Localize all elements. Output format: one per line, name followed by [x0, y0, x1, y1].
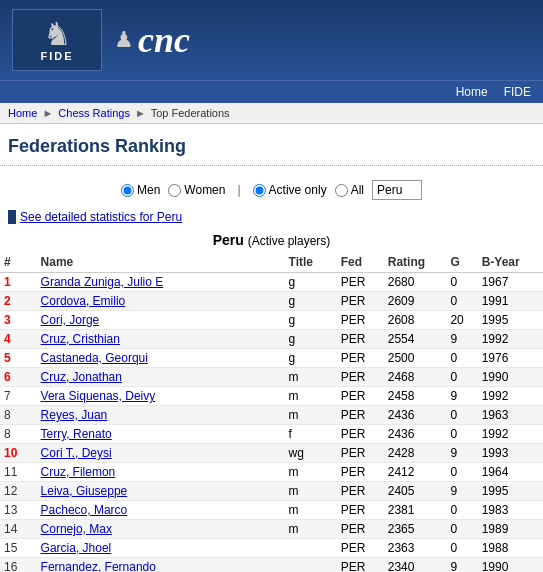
filter-men-radio[interactable] [121, 184, 134, 197]
cell-name: Fernandez, Fernando [37, 558, 285, 573]
cell-rating: 2468 [384, 368, 447, 387]
breadcrumb-chess-ratings[interactable]: Chess Ratings [58, 107, 130, 119]
cell-rating: 2458 [384, 387, 447, 406]
table-row: 6 Cruz, Jonathan m PER 2468 0 1990 [0, 368, 543, 387]
cell-name: Cruz, Cristhian [37, 330, 285, 349]
table-row: 1 Granda Zuniga, Julio E g PER 2680 0 19… [0, 273, 543, 292]
cnc-chess-icon: ♟ [114, 27, 134, 53]
cell-fed: PER [337, 330, 384, 349]
cell-rating: 2608 [384, 311, 447, 330]
cell-title: f [285, 425, 337, 444]
table-row: 3 Cori, Jorge g PER 2608 20 1995 [0, 311, 543, 330]
cell-title: m [285, 463, 337, 482]
cell-byear: 1992 [478, 330, 543, 349]
cell-rating: 2412 [384, 463, 447, 482]
filter-all[interactable]: All [335, 183, 364, 197]
player-name-link[interactable]: Cruz, Filemon [41, 465, 116, 479]
breadcrumb-home[interactable]: Home [8, 107, 37, 119]
filter-women-label: Women [184, 183, 225, 197]
section-active-note-text: (Active players) [248, 234, 331, 248]
filter-women[interactable]: Women [168, 183, 225, 197]
player-name-link[interactable]: Garcia, Jhoel [41, 541, 112, 555]
player-name-link[interactable]: Reyes, Juan [41, 408, 108, 422]
player-name-link[interactable]: Vera Siquenas, Deivy [41, 389, 156, 403]
cell-rank: 16 [0, 558, 37, 573]
cell-title: wg [285, 444, 337, 463]
cell-byear: 1995 [478, 482, 543, 501]
stat-link-indicator [8, 210, 16, 224]
cell-g: 9 [446, 558, 477, 573]
filter-women-radio[interactable] [168, 184, 181, 197]
player-name-link[interactable]: Cruz, Jonathan [41, 370, 122, 384]
filter-all-radio[interactable] [335, 184, 348, 197]
cell-rating: 2500 [384, 349, 447, 368]
player-name-link[interactable]: Cori T., Deysi [41, 446, 112, 460]
filter-separator: | [237, 183, 240, 197]
col-header-title: Title [285, 252, 337, 273]
breadcrumb-arrow-1: ► [42, 107, 53, 119]
cell-byear: 1990 [478, 368, 543, 387]
player-name-link[interactable]: Fernandez, Fernando [41, 560, 156, 572]
table-row: 8 Terry, Renato f PER 2436 0 1992 [0, 425, 543, 444]
country-input[interactable] [372, 180, 422, 200]
cell-name: Cordova, Emilio [37, 292, 285, 311]
filter-men[interactable]: Men [121, 183, 160, 197]
filter-active-label: Active only [269, 183, 327, 197]
table-row: 8 Reyes, Juan m PER 2436 0 1963 [0, 406, 543, 425]
top-nav-fide[interactable]: FIDE [504, 85, 531, 99]
cell-title: g [285, 349, 337, 368]
cell-g: 9 [446, 387, 477, 406]
cell-name: Cruz, Jonathan [37, 368, 285, 387]
cell-rating: 2436 [384, 406, 447, 425]
section-heading: Peru (Active players) [0, 232, 543, 248]
cell-g: 20 [446, 311, 477, 330]
stat-link[interactable]: See detailed statistics for Peru [20, 210, 182, 224]
top-nav-home[interactable]: Home [456, 85, 488, 99]
cell-rating: 2340 [384, 558, 447, 573]
cell-rating: 2680 [384, 273, 447, 292]
cell-fed: PER [337, 273, 384, 292]
player-name-link[interactable]: Terry, Renato [41, 427, 112, 441]
player-name-link[interactable]: Cornejo, Max [41, 522, 112, 536]
filter-active-only[interactable]: Active only [253, 183, 327, 197]
cell-name: Leiva, Giuseppe [37, 482, 285, 501]
player-name-link[interactable]: Cruz, Cristhian [41, 332, 120, 346]
cell-g: 9 [446, 330, 477, 349]
cell-rank: 15 [0, 539, 37, 558]
cell-rating: 2554 [384, 330, 447, 349]
cell-g: 9 [446, 482, 477, 501]
cell-g: 0 [446, 539, 477, 558]
cell-rating: 2609 [384, 292, 447, 311]
col-header-g: G [446, 252, 477, 273]
filter-active-radio[interactable] [253, 184, 266, 197]
fide-logo: ♞ FIDE [12, 9, 102, 71]
cell-byear: 1988 [478, 539, 543, 558]
cell-byear: 1983 [478, 501, 543, 520]
cell-name: Reyes, Juan [37, 406, 285, 425]
cell-rank: 13 [0, 501, 37, 520]
col-header-rating: Rating [384, 252, 447, 273]
cell-g: 0 [446, 501, 477, 520]
table-row: 15 Garcia, Jhoel PER 2363 0 1988 [0, 539, 543, 558]
cell-rank: 10 [0, 444, 37, 463]
cell-rank: 12 [0, 482, 37, 501]
breadcrumb: Home ► Chess Ratings ► Top Federations [0, 103, 543, 124]
cell-g: 0 [446, 406, 477, 425]
cell-title: m [285, 406, 337, 425]
cell-name: Cruz, Filemon [37, 463, 285, 482]
player-name-link[interactable]: Castaneda, Georqui [41, 351, 148, 365]
player-name-link[interactable]: Leiva, Giuseppe [41, 484, 128, 498]
cell-title: g [285, 311, 337, 330]
cell-title: m [285, 368, 337, 387]
player-name-link[interactable]: Pacheco, Marco [41, 503, 128, 517]
cell-fed: PER [337, 482, 384, 501]
player-name-link[interactable]: Cori, Jorge [41, 313, 100, 327]
cell-fed: PER [337, 387, 384, 406]
top-navigation: Home FIDE [0, 80, 543, 103]
cnc-logo: ♟ cnc [114, 19, 190, 61]
col-header-fed: Fed [337, 252, 384, 273]
cell-byear: 1990 [478, 558, 543, 573]
cell-name: Cori T., Deysi [37, 444, 285, 463]
player-name-link[interactable]: Cordova, Emilio [41, 294, 126, 308]
player-name-link[interactable]: Granda Zuniga, Julio E [41, 275, 164, 289]
